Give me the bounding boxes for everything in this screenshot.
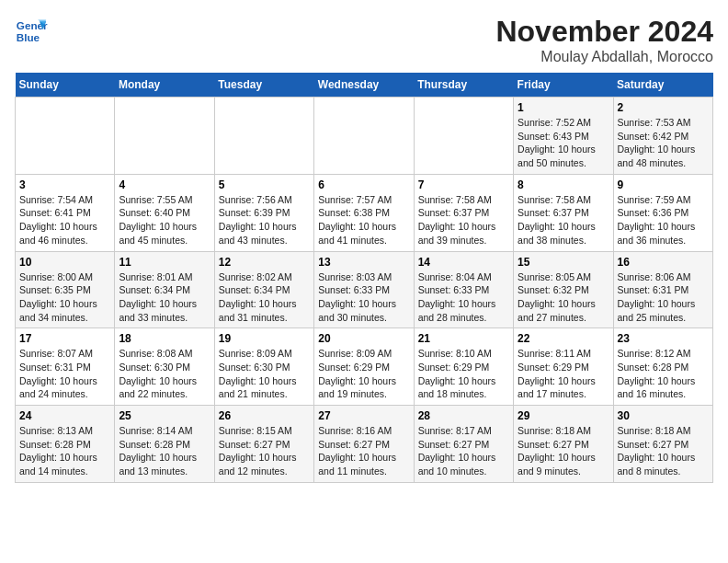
day-number: 5 — [219, 178, 310, 191]
day-number: 7 — [418, 178, 509, 191]
day-number: 1 — [518, 101, 609, 114]
day-number: 26 — [219, 409, 310, 422]
day-info: Sunrise: 8:15 AMSunset: 6:27 PMDaylight:… — [219, 424, 310, 478]
calendar-cell: 29Sunrise: 8:18 AMSunset: 6:27 PMDayligh… — [514, 406, 613, 483]
calendar-cell: 7Sunrise: 7:58 AMSunset: 6:37 PMDaylight… — [414, 174, 513, 251]
day-number: 15 — [518, 256, 609, 269]
calendar-cell — [115, 98, 214, 175]
day-of-week-header: Tuesday — [214, 73, 313, 98]
day-number: 4 — [119, 178, 210, 191]
day-info: Sunrise: 8:18 AMSunset: 6:27 PMDaylight:… — [618, 424, 709, 478]
calendar-cell: 10Sunrise: 8:00 AMSunset: 6:35 PMDayligh… — [16, 251, 115, 328]
day-info: Sunrise: 8:18 AMSunset: 6:27 PMDaylight:… — [518, 424, 609, 478]
day-of-week-header: Thursday — [414, 73, 513, 98]
day-of-week-header: Sunday — [16, 73, 115, 98]
calendar-cell: 6Sunrise: 7:57 AMSunset: 6:38 PMDaylight… — [314, 174, 414, 251]
day-info: Sunrise: 8:08 AMSunset: 6:30 PMDaylight:… — [119, 347, 210, 401]
calendar-cell: 19Sunrise: 8:09 AMSunset: 6:30 PMDayligh… — [214, 328, 313, 406]
day-info: Sunrise: 8:12 AMSunset: 6:28 PMDaylight:… — [618, 347, 709, 401]
day-of-week-header: Monday — [115, 73, 214, 98]
calendar-cell — [414, 98, 513, 175]
day-number: 11 — [119, 256, 210, 269]
day-number: 2 — [618, 101, 709, 114]
day-number: 8 — [518, 178, 609, 191]
logo-icon: General Blue — [15, 15, 48, 48]
day-info: Sunrise: 8:01 AMSunset: 6:34 PMDaylight:… — [119, 270, 210, 325]
day-number: 24 — [19, 409, 110, 422]
calendar-cell: 30Sunrise: 8:18 AMSunset: 6:27 PMDayligh… — [613, 406, 712, 483]
day-number: 21 — [418, 332, 509, 345]
day-number: 30 — [618, 409, 709, 422]
day-info: Sunrise: 8:11 AMSunset: 6:29 PMDaylight:… — [518, 347, 609, 401]
day-info: Sunrise: 7:57 AMSunset: 6:38 PMDaylight:… — [318, 193, 409, 247]
calendar-cell: 5Sunrise: 7:56 AMSunset: 6:39 PMDaylight… — [214, 174, 313, 251]
calendar-cell — [214, 98, 313, 175]
calendar-cell: 28Sunrise: 8:17 AMSunset: 6:27 PMDayligh… — [414, 406, 513, 483]
day-info: Sunrise: 7:55 AMSunset: 6:40 PMDaylight:… — [119, 193, 210, 247]
calendar-cell: 8Sunrise: 7:58 AMSunset: 6:37 PMDaylight… — [514, 174, 613, 251]
day-info: Sunrise: 8:03 AMSunset: 6:33 PMDaylight:… — [318, 270, 409, 325]
calendar-cell: 18Sunrise: 8:08 AMSunset: 6:30 PMDayligh… — [115, 328, 214, 406]
calendar-week-row: 24Sunrise: 8:13 AMSunset: 6:28 PMDayligh… — [16, 406, 713, 483]
day-number: 20 — [318, 332, 409, 345]
day-info: Sunrise: 8:04 AMSunset: 6:33 PMDaylight:… — [418, 270, 509, 325]
calendar-cell: 11Sunrise: 8:01 AMSunset: 6:34 PMDayligh… — [115, 251, 214, 328]
calendar-cell: 4Sunrise: 7:55 AMSunset: 6:40 PMDaylight… — [115, 174, 214, 251]
calendar-week-row: 10Sunrise: 8:00 AMSunset: 6:35 PMDayligh… — [16, 251, 713, 328]
day-number: 18 — [119, 332, 210, 345]
day-number: 17 — [19, 332, 110, 345]
calendar-cell: 22Sunrise: 8:11 AMSunset: 6:29 PMDayligh… — [514, 328, 613, 406]
calendar-week-row: 3Sunrise: 7:54 AMSunset: 6:41 PMDaylight… — [16, 174, 713, 251]
day-number: 22 — [518, 332, 609, 345]
calendar-table: SundayMondayTuesdayWednesdayThursdayFrid… — [15, 73, 713, 483]
day-number: 10 — [19, 256, 110, 269]
day-info: Sunrise: 8:00 AMSunset: 6:35 PMDaylight:… — [19, 270, 110, 325]
day-info: Sunrise: 7:54 AMSunset: 6:41 PMDaylight:… — [19, 193, 110, 247]
calendar-cell: 17Sunrise: 8:07 AMSunset: 6:31 PMDayligh… — [16, 328, 115, 406]
day-number: 25 — [119, 409, 210, 422]
day-info: Sunrise: 7:56 AMSunset: 6:39 PMDaylight:… — [219, 193, 310, 247]
calendar-cell: 27Sunrise: 8:16 AMSunset: 6:27 PMDayligh… — [314, 406, 414, 483]
day-info: Sunrise: 7:59 AMSunset: 6:36 PMDaylight:… — [618, 193, 709, 247]
day-info: Sunrise: 8:16 AMSunset: 6:27 PMDaylight:… — [318, 424, 409, 478]
day-info: Sunrise: 8:09 AMSunset: 6:29 PMDaylight:… — [318, 347, 409, 401]
calendar-week-row: 1Sunrise: 7:52 AMSunset: 6:43 PMDaylight… — [16, 98, 713, 175]
calendar-cell: 21Sunrise: 8:10 AMSunset: 6:29 PMDayligh… — [414, 328, 513, 406]
calendar-cell: 3Sunrise: 7:54 AMSunset: 6:41 PMDaylight… — [16, 174, 115, 251]
page-header: General Blue November 2024 Moulay Abdall… — [15, 15, 713, 65]
logo: General Blue — [15, 15, 48, 48]
day-number: 3 — [19, 178, 110, 191]
day-of-week-header: Wednesday — [314, 73, 414, 98]
day-number: 13 — [318, 256, 409, 269]
calendar-cell: 24Sunrise: 8:13 AMSunset: 6:28 PMDayligh… — [16, 406, 115, 483]
day-number: 27 — [318, 409, 409, 422]
day-info: Sunrise: 8:13 AMSunset: 6:28 PMDaylight:… — [19, 424, 110, 478]
day-number: 12 — [219, 256, 310, 269]
day-info: Sunrise: 8:10 AMSunset: 6:29 PMDaylight:… — [418, 347, 509, 401]
calendar-cell: 23Sunrise: 8:12 AMSunset: 6:28 PMDayligh… — [613, 328, 712, 406]
calendar-cell: 26Sunrise: 8:15 AMSunset: 6:27 PMDayligh… — [214, 406, 313, 483]
day-of-week-header: Saturday — [613, 73, 712, 98]
day-info: Sunrise: 8:17 AMSunset: 6:27 PMDaylight:… — [418, 424, 509, 478]
calendar-cell — [314, 98, 414, 175]
day-info: Sunrise: 7:58 AMSunset: 6:37 PMDaylight:… — [418, 193, 509, 247]
day-of-week-header: Friday — [514, 73, 613, 98]
title-block: November 2024 Moulay Abdallah, Morocco — [495, 15, 713, 65]
calendar-cell: 14Sunrise: 8:04 AMSunset: 6:33 PMDayligh… — [414, 251, 513, 328]
day-info: Sunrise: 8:06 AMSunset: 6:31 PMDaylight:… — [618, 270, 709, 325]
calendar-cell: 9Sunrise: 7:59 AMSunset: 6:36 PMDaylight… — [613, 174, 712, 251]
calendar-week-row: 17Sunrise: 8:07 AMSunset: 6:31 PMDayligh… — [16, 328, 713, 406]
day-info: Sunrise: 8:09 AMSunset: 6:30 PMDaylight:… — [219, 347, 310, 401]
calendar-cell: 25Sunrise: 8:14 AMSunset: 6:28 PMDayligh… — [115, 406, 214, 483]
day-info: Sunrise: 8:05 AMSunset: 6:32 PMDaylight:… — [518, 270, 609, 325]
day-number: 19 — [219, 332, 310, 345]
day-number: 9 — [618, 178, 709, 191]
day-number: 6 — [318, 178, 409, 191]
location-subtitle: Moulay Abdallah, Morocco — [495, 49, 713, 65]
day-number: 23 — [618, 332, 709, 345]
day-info: Sunrise: 7:52 AMSunset: 6:43 PMDaylight:… — [518, 116, 609, 170]
calendar-cell: 1Sunrise: 7:52 AMSunset: 6:43 PMDaylight… — [514, 98, 613, 175]
day-number: 28 — [418, 409, 509, 422]
calendar-cell: 15Sunrise: 8:05 AMSunset: 6:32 PMDayligh… — [514, 251, 613, 328]
calendar-cell: 2Sunrise: 7:53 AMSunset: 6:42 PMDaylight… — [613, 98, 712, 175]
